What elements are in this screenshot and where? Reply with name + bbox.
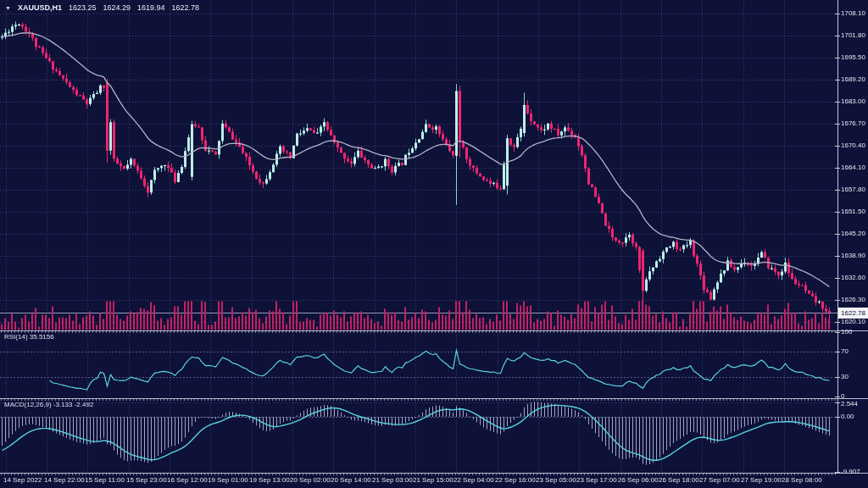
macd-tick-label: 0.00: [841, 413, 854, 421]
price-tick-label: 1701.80: [841, 31, 865, 40]
price-tick-label: 1638.90: [841, 252, 865, 260]
time-axis-label: 23 Sep 05:00: [536, 476, 576, 485]
time-axis-label: 21 Sep 15:00: [413, 476, 453, 485]
time-axis-label: 22 Sep 16:00: [495, 476, 536, 485]
price-tick-label: 1708.10: [841, 9, 865, 18]
trading-chart-window: ▼ XAUUSD,H1 1623.25 1624.29 1619.94 1622…: [0, 0, 868, 488]
time-axis-label: 15 Sep 23:00: [126, 476, 167, 485]
price-tick-label: 1695.50: [841, 53, 865, 62]
current-price-badge: 1622.78: [838, 308, 868, 319]
price-tick-label: 1670.40: [841, 141, 865, 150]
time-axis-label: 26 Sep 06:00: [618, 476, 659, 485]
time-axis-label: 19 Sep 13:00: [249, 476, 290, 485]
time-axis-label: 26 Sep 18:00: [659, 476, 699, 485]
time-axis-label: 19 Sep 01:00: [208, 476, 248, 485]
time-axis-label: 23 Sep 17:00: [576, 476, 617, 485]
time-axis-label: 20 Sep 14:00: [331, 476, 371, 485]
chart-header: ▼ XAUUSD,H1 1623.25 1624.29 1619.94 1622…: [5, 3, 199, 12]
time-axis-label: 28 Sep 08:00: [782, 476, 822, 485]
price-tick-label: 1632.60: [841, 274, 865, 282]
time-axis-label: 14 Sep 2022: [3, 476, 42, 485]
macd-indicator-label: MACD(12,26,9) -3.133 -2.492: [4, 401, 93, 408]
time-axis-label: 14 Sep 22:00: [44, 476, 85, 485]
ohlc-open: 1623.25: [69, 3, 97, 12]
time-axis-label: 21 Sep 03:00: [372, 476, 413, 485]
macd-tick-label: -9.907: [841, 468, 860, 476]
time-axis-label: 20 Sep 02:00: [290, 476, 331, 485]
rsi-tick-label: 70: [841, 347, 849, 356]
price-tick-label: 1645.20: [841, 230, 865, 238]
time-axis-label: 22 Sep 04:00: [453, 476, 494, 485]
time-axis-label: 27 Sep 07:00: [699, 476, 740, 485]
rsi-tick-label: 100: [841, 328, 852, 336]
ohlc-close: 1622.78: [172, 3, 200, 12]
chart-canvas[interactable]: [0, 0, 868, 488]
price-tick-label: 1620.10: [841, 318, 865, 326]
symbol-dropdown-icon[interactable]: ▼: [5, 4, 11, 12]
price-tick-label: 1664.10: [841, 164, 865, 172]
time-axis-label: 16 Sep 12:00: [167, 476, 208, 485]
ohlc-high: 1624.29: [103, 3, 131, 12]
price-tick-label: 1657.80: [841, 186, 865, 194]
price-tick-label: 1683.00: [841, 97, 865, 106]
rsi-indicator-label: RSI(14) 35.5156: [4, 333, 54, 341]
symbol-timeframe-label: XAUUSD,H1: [18, 3, 62, 12]
macd-tick-label: 2.544: [841, 400, 858, 408]
price-tick-label: 1626.30: [841, 296, 865, 304]
rsi-tick-label: 30: [841, 373, 849, 381]
price-tick-label: 1651.50: [841, 208, 865, 216]
price-tick-label: 1676.70: [841, 119, 865, 128]
price-tick-label: 1689.20: [841, 75, 865, 84]
time-axis-label: 27 Sep 19:00: [741, 476, 782, 485]
time-axis-label: 15 Sep 11:00: [85, 476, 125, 485]
ohlc-low: 1619.94: [137, 3, 165, 12]
